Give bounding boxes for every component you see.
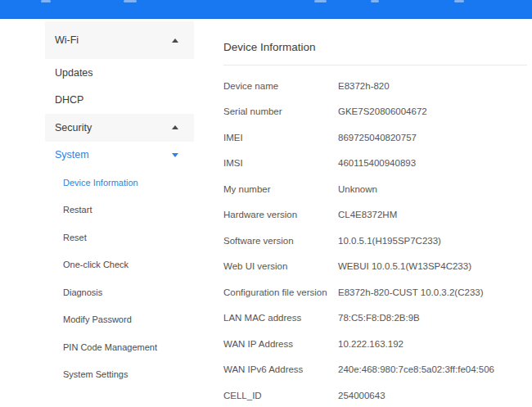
info-label: My number (223, 184, 338, 194)
info-label: Hardware version (223, 210, 338, 219)
sidebar-item-diagnosis[interactable]: Diagnosis (45, 278, 194, 306)
sidebar-item-label: Updates (55, 67, 93, 79)
nav-glyph-remnant (454, 0, 464, 2)
sidebar-item-label: PIN Code Management (63, 342, 157, 352)
info-value: 10.0.5.1(H195SP7C233) (338, 236, 441, 246)
nav-glyph-remnant (314, 0, 327, 2)
sidebar-item-label: Reset (63, 233, 87, 242)
chevron-down-icon (172, 153, 178, 157)
table-row-my-number: My number Unknown (223, 176, 527, 202)
info-value: Unknown (338, 184, 377, 194)
sidebar-item-restart[interactable]: Restart (45, 197, 194, 224)
info-label: WAN IP Address (223, 339, 338, 349)
table-row-software-version: Software version 10.0.5.1(H195SP7C233) (223, 228, 527, 254)
info-label: IMSI (223, 158, 338, 168)
chevron-up-icon (172, 38, 178, 43)
page-title: Device Information (223, 36, 527, 65)
info-label: LAN MAC address (223, 313, 338, 323)
sidebar-item-one-click-check[interactable]: One-click Check (45, 251, 194, 279)
table-row-wan-ip-address: WAN IP Address 10.222.163.192 (223, 331, 527, 357)
sidebar-item-label: System Settings (63, 369, 128, 379)
settings-sidebar: Wi-Fi Updates DHCP Security System Devic… (45, 21, 194, 388)
nav-glyph-remnant (371, 0, 379, 2)
sidebar-item-updates[interactable]: Updates (45, 59, 194, 87)
table-row-web-ui-version: Web UI version WEBUI 10.0.5.1(W13SP4C233… (223, 254, 527, 280)
table-row-serial-number: Serial number GKE7S20806004672 (223, 99, 527, 125)
sidebar-item-device-information[interactable]: Device Information (45, 169, 194, 197)
info-label: CELL_ID (223, 391, 338, 400)
sidebar-item-system[interactable]: System (45, 142, 194, 170)
chevron-up-icon (172, 125, 178, 129)
info-label: Serial number (223, 106, 338, 116)
info-label: WAN IPv6 Address (223, 364, 338, 374)
sidebar-item-system-settings[interactable]: System Settings (45, 361, 194, 389)
top-nav-bar (0, 0, 532, 19)
info-label: Software version (223, 236, 338, 246)
table-row-device-name: Device name E8372h-820 (223, 73, 527, 99)
info-value: GKE7S20806004672 (338, 106, 427, 116)
info-label: IMEI (223, 133, 338, 142)
info-value: 240e:468:980:7ce8:5a02:3ff:fe04:506 (338, 364, 494, 374)
info-value: E8372h-820-CUST 10.0.3.2(C233) (338, 287, 484, 297)
table-row-cell-id: CELL_ID 254000643 (223, 382, 527, 407)
info-value: CL4E8372HM (338, 210, 397, 219)
device-info-table: Device name E8372h-820 Serial number GKE… (223, 73, 527, 407)
table-row-imei: IMEI 869725040820757 (223, 124, 527, 151)
info-value: WEBUI 10.0.5.1(W13SP4C233) (338, 261, 471, 271)
table-row-lan-mac-address: LAN MAC address 78:C5:F8:D8:2B:9B (223, 305, 527, 332)
sidebar-item-label: Device Information (63, 178, 138, 188)
sidebar-item-security[interactable]: Security (45, 114, 194, 142)
info-label: Configuration file version (223, 287, 338, 297)
device-information-panel: Device Information Device name E8372h-82… (223, 36, 527, 407)
sidebar-item-wifi[interactable]: Wi-Fi (45, 21, 194, 59)
table-row-configuration-file-version: Configuration file version E8372h-820-CU… (223, 279, 527, 305)
table-row-wan-ipv6-address: WAN IPv6 Address 240e:468:980:7ce8:5a02:… (223, 357, 527, 383)
sidebar-item-label: DHCP (55, 94, 83, 106)
sidebar-item-label: Diagnosis (63, 287, 102, 297)
sidebar-item-label: Restart (63, 205, 92, 215)
nav-glyph-remnant (41, 0, 51, 2)
table-row-hardware-version: Hardware version CL4E8372HM (223, 202, 527, 228)
info-value: 78:C5:F8:D8:2B:9B (338, 313, 420, 323)
sidebar-item-reset[interactable]: Reset (45, 224, 194, 251)
sidebar-item-label: System (55, 149, 89, 161)
sidebar-item-label: Security (55, 122, 92, 133)
info-label: Device name (223, 81, 338, 91)
info-value: 460115400940893 (338, 158, 416, 168)
info-value: 869725040820757 (338, 133, 417, 142)
info-label: Web UI version (223, 261, 338, 271)
sidebar-item-dhcp[interactable]: DHCP (45, 87, 194, 115)
nav-glyph-remnant (124, 0, 137, 2)
sidebar-item-pin-code-management[interactable]: PIN Code Management (45, 333, 194, 361)
sidebar-item-label: One-click Check (63, 260, 128, 269)
info-value: 10.222.163.192 (338, 339, 404, 349)
info-value: 254000643 (338, 391, 385, 400)
sidebar-item-modify-password[interactable]: Modify Password (45, 306, 194, 334)
sidebar-item-label: Wi-Fi (55, 34, 79, 46)
table-row-imsi: IMSI 460115400940893 (223, 151, 527, 177)
sidebar-item-label: Modify Password (63, 314, 132, 324)
title-divider (223, 65, 527, 66)
info-value: E8372h-820 (338, 81, 390, 91)
